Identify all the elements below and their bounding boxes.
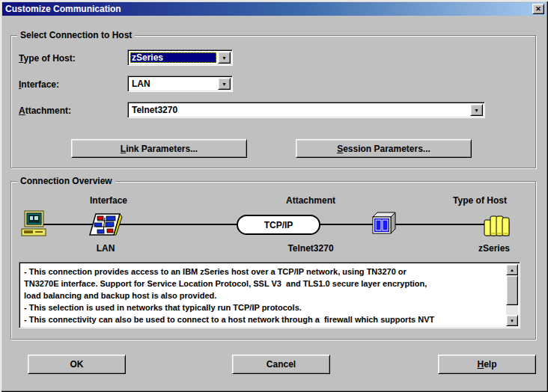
description-line: - This connection provides access to an … (24, 266, 504, 278)
attachment-label: Attachment: (19, 105, 71, 116)
tcpip-node: TCP/IP (237, 215, 320, 235)
title-bar[interactable]: Customize Communication ✕ (2, 2, 546, 16)
window-title: Customize Communication (5, 4, 532, 14)
help-button[interactable]: Help (438, 355, 536, 374)
overview-attachment-label: Attachment (266, 195, 356, 206)
connection-description-box[interactable]: - This connection provides access to an … (19, 262, 520, 328)
interface-value[interactable]: LAN (130, 79, 216, 89)
cancel-button[interactable]: Cancel (232, 355, 330, 374)
attachment-value[interactable]: Telnet3270 (130, 105, 469, 115)
lan-adapter-icon (88, 212, 123, 242)
overview-attachment-value: Telnet3270 (266, 243, 356, 254)
customize-communication-dialog: Customize Communication ✕ Select Connect… (0, 0, 548, 392)
vertical-scrollbar[interactable]: ▲ ▼ (506, 264, 518, 326)
workstation-icon (19, 210, 49, 242)
type-of-host-combobox[interactable]: zSeries ▼ (127, 49, 233, 66)
link-parameters-button[interactable]: Link Parameters... (71, 139, 247, 158)
scroll-up-icon[interactable]: ▲ (506, 264, 518, 275)
overview-interface-label: Interface (71, 195, 146, 206)
scrollbar-thumb[interactable] (506, 275, 518, 305)
scroll-down-icon[interactable]: ▼ (506, 315, 518, 326)
attachment-combobox[interactable]: Telnet3270 ▼ (127, 102, 485, 118)
tcpip-node-label: TCP/IP (264, 220, 293, 230)
chevron-down-icon[interactable]: ▼ (218, 78, 231, 90)
type-of-host-value[interactable]: zSeries (130, 52, 216, 63)
type-of-host-label: Type of Host: (19, 53, 76, 64)
description-line: TN3270E interface. Support for Service L… (24, 278, 504, 290)
overview-host-value: zSeries (464, 243, 524, 254)
overview-interface-value: LAN (76, 243, 136, 254)
connection-description-text: - This connection provides access to an … (21, 264, 505, 326)
description-line: load balancing and backup host is also p… (24, 290, 504, 301)
overview-type-of-host-label: Type of Host (435, 195, 525, 206)
connection-overview-group-title: Connection Overview (17, 176, 115, 186)
select-connection-group-title: Select Connection to Host (17, 30, 135, 40)
chevron-down-icon[interactable]: ▼ (470, 104, 483, 116)
controller-icon (371, 212, 398, 240)
ok-button[interactable]: OK (28, 355, 126, 374)
description-line: - This connectivity can also be used to … (24, 313, 504, 325)
close-icon[interactable]: ✕ (532, 4, 544, 14)
interface-label: Interface: (19, 79, 59, 90)
session-parameters-button[interactable]: Session Parameters... (296, 139, 472, 158)
interface-combobox[interactable]: LAN ▼ (127, 76, 233, 92)
chevron-down-icon[interactable]: ▼ (218, 52, 231, 64)
zseries-host-icon (482, 212, 512, 242)
description-line: - This selection is used in networks tha… (24, 301, 504, 313)
